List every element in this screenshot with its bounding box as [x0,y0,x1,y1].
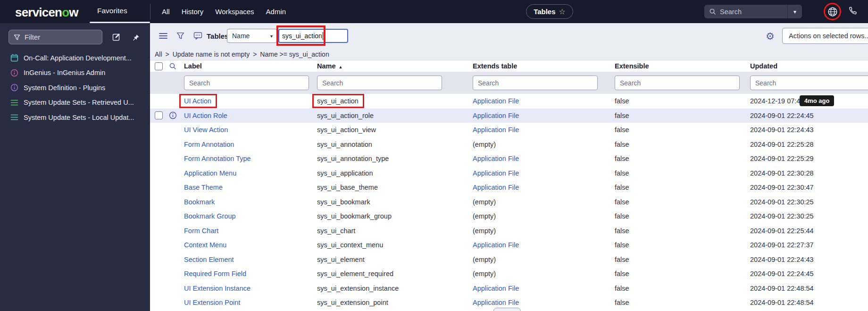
list-settings-gear-icon[interactable]: ⚙ [766,31,775,41]
cell-extensible: false [615,141,629,148]
table-row[interactable]: UI Extension Instancesys_ui_extension_in… [150,281,868,296]
search-scope-chevron-down-icon[interactable]: ▾ [788,8,802,15]
cell-label-link[interactable]: UI Extension Instance [184,285,250,292]
favorite-star-icon[interactable]: ☆ [559,8,566,16]
cell-label-link[interactable]: Bookmark Group [184,212,236,220]
table-row[interactable]: Base Themesys_ui_base_themeApplication F… [150,180,868,195]
header-nav: All History Workspaces Admin [162,0,286,23]
list-filter-funnel-icon[interactable] [176,32,184,40]
sidebar-item-2[interactable]: System Definition - Plugins [0,80,150,95]
cell-label-link[interactable]: UI View Action [184,126,228,134]
table-row[interactable]: Bookmark Groupsys_ui_bookmark_group(empt… [150,209,868,224]
global-search-input[interactable]: Search ▾ [704,5,802,18]
sidebar-item-1[interactable]: InGenius - InGenius Admin [0,66,150,81]
globe-icon[interactable] [825,4,841,20]
breadcrumb-condition-2[interactable]: Name >= sys_ui_action [260,50,329,58]
cell-extensible: false [615,169,629,177]
cell-label-link[interactable]: Application Menu [184,169,236,177]
cell-extends-table[interactable]: Application File [473,299,519,306]
cell-label-link[interactable]: Form Chart [184,227,218,235]
cell-extends-table[interactable]: Application File [473,241,519,249]
filter-input-updated[interactable] [750,76,868,90]
cell-label-link[interactable]: UI Extension Point [184,299,240,306]
cell-updated: 2024-09-01 22:25:44 [750,227,814,235]
table-row[interactable]: Required Form Fieldsys_ui_element_requir… [150,267,868,281]
row-info-icon[interactable] [169,111,177,119]
nav-item-history[interactable]: History [182,8,204,16]
table-row[interactable]: Form Chartsys_ui_chart(empty)false2024-0… [150,224,868,238]
cell-updated: 2024-09-01 22:30:25 [750,212,814,220]
table-row[interactable]: UI View Actionsys_ui_action_viewApplicat… [150,123,868,137]
table-row[interactable]: Form Annotationsys_ui_annotation(empty)f… [150,137,868,152]
sidebar-item-0[interactable]: On-Call: Application Development... [0,50,150,66]
search-column-select[interactable]: Name ▾ [227,29,277,43]
table-row[interactable]: Application Menusys_ui_applicationApplic… [150,166,868,181]
chat-bubble-icon[interactable] [193,32,202,40]
column-header-name[interactable]: Name▲ [317,62,473,70]
column-header-label[interactable]: Label [184,62,317,70]
calendar-icon [10,54,18,62]
phone-icon[interactable] [848,6,857,16]
sidebar-filter-input[interactable]: Filter [8,30,102,44]
table-row[interactable]: Section Elementsys_ui_element(empty)fals… [150,252,868,267]
cell-extends-table: (empty) [473,227,496,235]
column-header-updated[interactable]: Updated [750,62,868,70]
filter-input-name[interactable] [317,76,442,90]
cell-extends-table[interactable]: Application File [473,169,519,177]
breadcrumb-condition-1[interactable]: Update name is not empty [173,50,250,58]
filter-input-extensible[interactable] [615,76,740,90]
nav-item-admin[interactable]: Admin [266,8,286,16]
sidebar-item-label: InGenius - InGenius Admin [24,69,105,76]
filter-input-label[interactable] [184,76,309,90]
cell-label-link[interactable]: Base Theme [184,184,223,191]
sidebar-item-4[interactable]: System Update Sets - Local Updat... [0,110,150,125]
table-row[interactable]: Bookmarksys_ui_bookmark(empty)false2024-… [150,195,868,210]
nav-item-all[interactable]: All [162,8,170,16]
list-menu-hamburger-icon[interactable] [159,32,168,40]
pagination-button-partial[interactable] [493,308,521,311]
cell-extensible: false [615,184,629,191]
edit-favorites-icon[interactable] [112,33,121,41]
cell-label-link[interactable]: Form Annotation Type [184,155,251,162]
column-header-extensible[interactable]: Extensible [615,62,750,70]
column-search-toggle-icon[interactable] [169,62,176,70]
cell-extends-table[interactable]: Application File [473,97,519,105]
context-pill-tables[interactable]: Tables ☆ [526,4,573,19]
cell-label-link[interactable]: UI Action Role [184,112,227,119]
cell-extensible: false [615,285,629,292]
table-row[interactable]: Context Menusys_ui_context_menuApplicati… [150,238,868,252]
cell-name: sys_ui_extension_instance [317,285,399,292]
list-search-input[interactable]: sys_ui_action [278,29,348,43]
cell-extends-table[interactable]: Application File [473,112,519,119]
table-row[interactable]: UI Actionsys_ui_actionApplication Filefa… [150,94,868,109]
cell-label-link[interactable]: Form Annotation [184,141,234,148]
cell-extends-table[interactable]: Application File [473,155,519,162]
breadcrumb-all[interactable]: All [155,50,162,58]
cell-updated: 2024-09-01 22:24:45 [750,270,814,277]
cell-extends-table[interactable]: Application File [473,184,519,191]
actions-on-rows-select[interactable]: Actions on selected rows... ▾ [782,28,868,44]
chevron-down-icon: ▾ [270,34,273,39]
cell-updated: 2024-09-01 22:30:28 [750,169,814,177]
column-header-extends-table[interactable]: Extends table [473,62,615,70]
tab-favorites[interactable]: Favorites [97,0,127,22]
cell-label-link[interactable]: Required Form Field [184,270,246,277]
cell-label-link[interactable]: Section Element [184,256,234,263]
table-row[interactable]: UI Action Rolesys_ui_action_roleApplicat… [150,109,868,123]
table-row[interactable]: Form Annotation Typesys_ui_annotation_ty… [150,151,868,166]
filter-input-extends-table[interactable] [473,76,598,90]
cell-extends-table[interactable]: Application File [473,285,519,292]
select-all-checkbox[interactable] [155,62,163,70]
cell-extends-table: (empty) [473,198,496,206]
cell-label-link[interactable]: Context Menu [184,241,226,249]
cell-extends-table[interactable]: Application File [473,126,519,134]
sidebar-item-3[interactable]: System Update Sets - Retrieved U... [0,95,150,110]
table-body: UI Actionsys_ui_actionApplication Filefa… [150,94,868,311]
row-checkbox[interactable] [155,111,163,119]
pin-sidebar-icon[interactable] [132,34,140,42]
info-icon [10,84,18,92]
nav-item-workspaces[interactable]: Workspaces [215,8,254,16]
cell-extensible: false [615,126,629,134]
cell-label-link[interactable]: Bookmark [184,198,215,206]
cell-label-link[interactable]: UI Action [184,97,211,105]
